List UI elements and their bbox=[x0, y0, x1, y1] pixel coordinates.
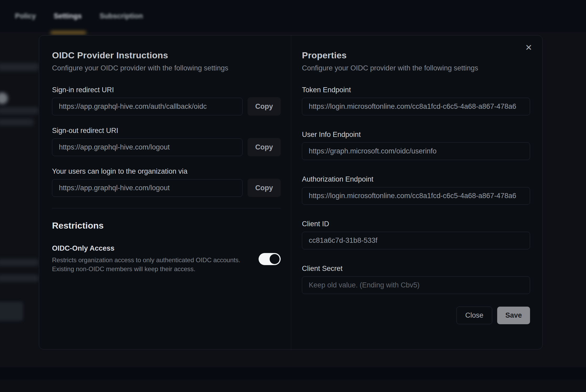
authorization-endpoint-input[interactable] bbox=[302, 187, 530, 205]
token-endpoint-input[interactable] bbox=[302, 98, 530, 115]
token-endpoint-label: Token Endpoint bbox=[302, 86, 530, 94]
oidc-only-access-toggle[interactable] bbox=[259, 253, 281, 265]
copy-signout-button[interactable]: Copy bbox=[248, 138, 281, 156]
background-footer-band bbox=[0, 367, 586, 379]
client-id-input[interactable] bbox=[302, 232, 530, 249]
copy-signin-button[interactable]: Copy bbox=[248, 97, 281, 116]
oidc-settings-modal: ✕ OIDC Provider Instructions Configure y… bbox=[39, 35, 543, 349]
oidc-only-access-label: OIDC-Only Access bbox=[52, 244, 253, 252]
login-via-input[interactable] bbox=[52, 179, 243, 197]
restrictions-divider bbox=[52, 208, 281, 208]
copy-login-via-button[interactable]: Copy bbox=[248, 179, 281, 197]
toggle-knob bbox=[270, 254, 280, 264]
blurred-text-fragment bbox=[0, 275, 39, 282]
blurred-avatar-fragment bbox=[0, 92, 8, 104]
save-button[interactable]: Save bbox=[497, 307, 530, 324]
signin-redirect-row: Copy bbox=[52, 98, 281, 116]
description-line-2: Existing non-OIDC members will keep thei… bbox=[52, 265, 196, 272]
client-secret-label: Client Secret bbox=[302, 265, 530, 273]
restrictions-title: Restrictions bbox=[52, 220, 281, 231]
active-tab-underline bbox=[50, 31, 86, 34]
instructions-title: OIDC Provider Instructions bbox=[52, 50, 281, 60]
properties-subtitle: Configure your OIDC provider with the fo… bbox=[302, 64, 530, 72]
client-secret-input[interactable] bbox=[302, 276, 530, 294]
user-info-endpoint-input[interactable] bbox=[302, 142, 530, 160]
signin-redirect-label: Sign-in redirect URI bbox=[52, 86, 281, 94]
modal-actions: Close Save bbox=[302, 307, 530, 324]
login-via-row: Copy bbox=[52, 179, 281, 197]
page: Policy Settings Subscription ✕ OIDC Prov… bbox=[0, 0, 586, 392]
signout-redirect-input[interactable] bbox=[52, 138, 243, 156]
blurred-text-fragment bbox=[0, 63, 39, 71]
tab-settings[interactable]: Settings bbox=[54, 12, 82, 20]
blurred-text-fragment bbox=[0, 259, 39, 266]
client-id-label: Client ID bbox=[302, 220, 530, 228]
properties-title: Properties bbox=[302, 50, 530, 60]
blurred-text-fragment bbox=[0, 119, 34, 126]
description-line-1: Restricts organization access to only au… bbox=[52, 256, 240, 264]
instructions-column: OIDC Provider Instructions Configure you… bbox=[52, 35, 281, 274]
user-info-endpoint-label: User Info Endpoint bbox=[302, 131, 530, 139]
blurred-text-fragment bbox=[0, 107, 39, 114]
authorization-endpoint-label: Authorization Endpoint bbox=[302, 175, 530, 183]
oidc-only-access-text: OIDC-Only Access Restricts organization … bbox=[52, 244, 253, 274]
background-tabs: Policy Settings Subscription bbox=[15, 0, 143, 32]
signout-redirect-row: Copy bbox=[52, 138, 281, 156]
tab-policy[interactable]: Policy bbox=[15, 12, 36, 20]
blurred-button-fragment bbox=[0, 302, 23, 321]
oidc-only-access-description: Restricts organization access to only au… bbox=[52, 256, 253, 274]
background-footer-band2 bbox=[0, 379, 586, 392]
signin-redirect-input[interactable] bbox=[52, 98, 243, 115]
oidc-only-access-row: OIDC-Only Access Restricts organization … bbox=[52, 244, 281, 274]
login-via-label: Your users can login to the organization… bbox=[52, 167, 281, 176]
signout-redirect-label: Sign-out redirect URI bbox=[52, 127, 281, 135]
column-divider bbox=[291, 35, 291, 349]
instructions-subtitle: Configure your OIDC provider with the fo… bbox=[52, 64, 281, 72]
close-button[interactable]: Close bbox=[456, 307, 492, 324]
properties-column: Properties Configure your OIDC provider … bbox=[302, 35, 530, 324]
tab-subscription[interactable]: Subscription bbox=[100, 12, 143, 20]
